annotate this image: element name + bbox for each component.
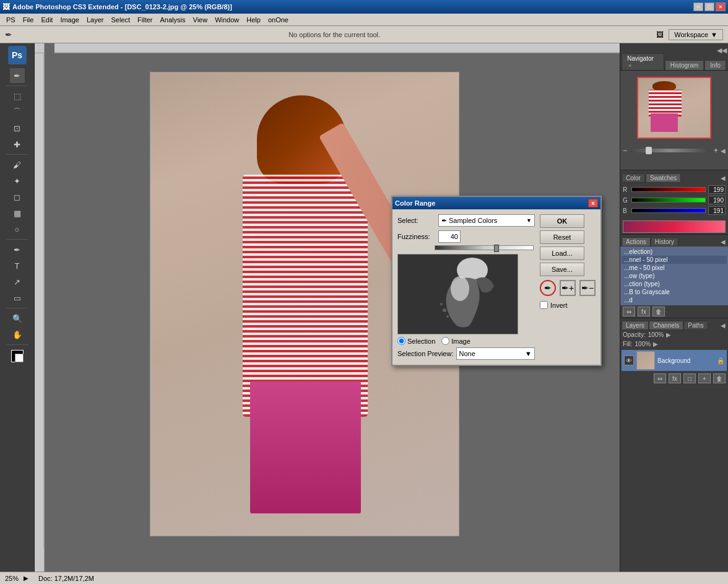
panel-collapse-icon[interactable]: ◀◀	[717, 46, 727, 54]
opacity-value[interactable]: 100%	[648, 331, 664, 338]
fill-value[interactable]: 100%	[635, 341, 651, 347]
tab-history[interactable]: History	[651, 237, 678, 246]
fuzziness-slider-thumb[interactable]	[494, 245, 499, 252]
menu-edit[interactable]: Edit	[37, 15, 56, 24]
layer-mask-button[interactable]: □	[683, 373, 696, 383]
menu-onone[interactable]: onOne	[264, 15, 292, 24]
g-slider[interactable]	[631, 198, 706, 203]
zoom-slider[interactable]	[630, 149, 711, 152]
history-new-document-button[interactable]: fx	[638, 307, 650, 316]
tab-info[interactable]: Info	[704, 60, 726, 70]
history-item-5[interactable]: ...ction (type)	[622, 280, 727, 288]
layer-link-button[interactable]: ⇔	[654, 373, 666, 383]
tab-layers[interactable]: Layers	[622, 321, 649, 330]
tab-paths[interactable]: Paths	[683, 321, 708, 330]
history-item-6[interactable]: ...B to Grayscale	[622, 288, 727, 296]
tool-crop[interactable]: ⊡	[10, 121, 25, 136]
tab-actions[interactable]: Actions	[622, 237, 651, 246]
menu-analysis[interactable]: Analysis	[157, 15, 189, 24]
layers-collapse-icon[interactable]: ◀	[719, 321, 727, 330]
menu-window[interactable]: Window	[211, 15, 243, 24]
workspace-button[interactable]: Workspace ▼	[669, 29, 723, 40]
color-swatch-bar[interactable]	[623, 220, 726, 233]
fuzziness-value[interactable]: 40	[438, 230, 461, 243]
tool-eyedropper[interactable]: ✒	[10, 68, 25, 83]
history-item-3[interactable]: ...me - 50 pixel	[622, 264, 727, 272]
tab-histogram[interactable]: Histogram	[665, 60, 704, 70]
history-item-4[interactable]: ...ow (type)	[622, 272, 727, 280]
zoom-level[interactable]: 25%	[5, 575, 19, 582]
menu-image[interactable]: Image	[56, 15, 83, 24]
g-value[interactable]: 190	[708, 196, 726, 204]
menu-filter[interactable]: Filter	[134, 15, 156, 24]
history-new-snapshot-button[interactable]: ⇔	[623, 307, 635, 316]
tool-lasso[interactable]: ⌒	[10, 105, 25, 120]
ok-button[interactable]: OK	[540, 214, 584, 228]
zoom-out-icon[interactable]: ▶	[24, 575, 28, 582]
selection-preview-dropdown[interactable]: None ▼	[456, 347, 535, 360]
reset-button[interactable]: Reset	[540, 230, 584, 244]
menu-ps[interactable]: PS	[2, 15, 19, 24]
tab-navigator[interactable]: Navigator ×	[622, 53, 664, 70]
color-range-close-button[interactable]: ×	[588, 199, 598, 207]
layer-visibility-eye[interactable]: 👁	[624, 355, 634, 365]
load-button[interactable]: Load...	[540, 246, 584, 260]
tab-color[interactable]: Color	[622, 173, 645, 183]
history-item-2[interactable]: ...nnel - 50 pixel	[622, 256, 727, 264]
menu-layer[interactable]: Layer	[83, 15, 108, 24]
tool-eraser[interactable]: ◻	[10, 190, 25, 204]
layer-delete-button[interactable]: 🗑	[713, 373, 726, 383]
background-layer[interactable]: 👁 Background 🔒	[622, 350, 727, 371]
r-slider[interactable]	[631, 187, 706, 192]
tool-gradient[interactable]: ▦	[10, 206, 25, 220]
menu-select[interactable]: Select	[108, 15, 134, 24]
tool-brush[interactable]: 🖌	[10, 157, 25, 172]
layer-style-button[interactable]: fx	[669, 373, 681, 383]
tool-marquee[interactable]: ⬚	[10, 89, 25, 103]
tool-text[interactable]: T	[10, 258, 25, 273]
selection-radio-label[interactable]: Selection	[397, 337, 435, 345]
tool-select[interactable]: ↗	[10, 274, 25, 289]
close-button[interactable]: ×	[716, 2, 726, 11]
eyedropper-add-button[interactable]: ✒+	[560, 280, 576, 296]
b-slider[interactable]	[631, 208, 706, 213]
color-panel-collapse-icon[interactable]: ◀	[719, 173, 727, 183]
zoom-out-icon[interactable]: −	[623, 146, 627, 155]
minimize-button[interactable]: −	[693, 2, 703, 11]
fuzziness-slider-track[interactable]	[435, 245, 534, 250]
eyedropper-sample-button[interactable]: ✒	[540, 280, 556, 296]
invert-checkbox[interactable]	[540, 301, 548, 309]
selection-radio[interactable]	[397, 337, 405, 345]
foreground-color[interactable]	[11, 350, 24, 362]
canvas-content[interactable]: Color Range × Select: ✒	[45, 53, 620, 572]
nav-collapse-icon[interactable]: ◀	[721, 147, 726, 154]
tool-hand[interactable]: ✋	[10, 327, 25, 342]
tool-pen[interactable]: ✒	[10, 242, 25, 257]
menu-file[interactable]: File	[19, 15, 38, 24]
tab-swatches[interactable]: Swatches	[646, 173, 681, 183]
layer-new-button[interactable]: +	[698, 373, 711, 383]
zoom-slider-thumb[interactable]	[646, 147, 652, 154]
history-panel-collapse-icon[interactable]: ◀	[719, 237, 727, 246]
tab-channels[interactable]: Channels	[649, 321, 683, 330]
tool-heal[interactable]: ✚	[10, 137, 25, 152]
navigator-tab-close-icon[interactable]: ×	[628, 63, 631, 69]
eyedropper-subtract-button[interactable]: ✒−	[579, 280, 596, 296]
image-radio-label[interactable]: Image	[441, 337, 470, 345]
tool-dodge[interactable]: ○	[10, 222, 25, 237]
b-value[interactable]: 191	[708, 206, 726, 215]
history-item-7[interactable]: ...d	[622, 296, 727, 304]
save-button[interactable]: Save...	[540, 263, 584, 276]
image-radio[interactable]	[441, 337, 449, 345]
maximize-button[interactable]: □	[704, 2, 714, 11]
r-value[interactable]: 199	[708, 185, 726, 194]
tool-stamp[interactable]: ✦	[10, 173, 25, 188]
select-dropdown[interactable]: ✒ Sampled Colors ▼	[438, 214, 535, 227]
menu-view[interactable]: View	[189, 15, 212, 24]
history-delete-button[interactable]: 🗑	[652, 307, 665, 316]
menu-help[interactable]: Help	[243, 15, 264, 24]
zoom-in-icon[interactable]: +	[714, 146, 718, 155]
tool-zoom[interactable]: 🔍	[10, 311, 25, 326]
history-item-1[interactable]: ...election)	[622, 248, 727, 256]
tool-shape[interactable]: ▭	[10, 290, 25, 305]
